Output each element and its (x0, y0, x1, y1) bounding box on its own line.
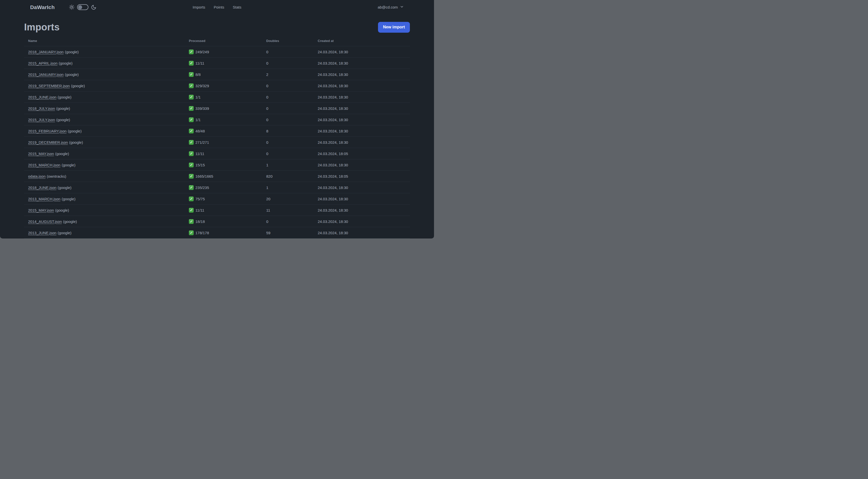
import-source-label: (google) (58, 231, 71, 235)
processed-cell: ✓ 178/178 (189, 227, 266, 239)
created-at-cell: 24.03.2024, 18:30 (318, 91, 410, 103)
import-file-link[interactable]: 2013_JUNE.json (28, 231, 57, 235)
import-file-link[interactable]: odata.json (28, 174, 45, 178)
top-nav-bar: DaWarIch (0, 0, 434, 14)
doubles-cell: 0 (266, 58, 318, 69)
created-at-cell: 24.03.2024, 18:30 (318, 69, 410, 80)
account-menu-button[interactable]: ab@cd.com (378, 5, 404, 9)
import-file-link[interactable]: 2018_JANUARY.json (28, 50, 64, 54)
created-at-cell: 24.03.2024, 18:30 (318, 227, 410, 239)
import-file-link[interactable]: 2013_MARCH.json (28, 197, 60, 201)
processed-cell: ✓ 15/15 (189, 159, 266, 171)
processed-count: 11/11 (195, 61, 204, 65)
app-window: DaWarIch (0, 0, 434, 239)
processed-count: 15/15 (195, 163, 205, 167)
sun-icon (69, 4, 74, 10)
theme-toggle[interactable] (69, 4, 96, 10)
processed-count: 271/271 (195, 140, 209, 145)
processed-cell: ✓ 339/339 (189, 103, 266, 114)
import-source-label: (google) (55, 152, 69, 156)
import-source-label: (google) (68, 129, 82, 133)
import-file-link[interactable]: 2015_MAY.json (28, 208, 54, 212)
account-email: ab@cd.com (378, 5, 398, 9)
import-file-link[interactable]: 2015_APRIL.json (28, 61, 58, 65)
table-row: 2018_JANUARY.json(google) ✓ 249/249 0 24… (24, 46, 410, 58)
processed-count: 18/18 (195, 219, 205, 224)
success-check-icon: ✓ (189, 129, 194, 133)
name-cell: 2015_FEBRUARY.json(google) (24, 125, 189, 137)
doubles-cell: 0 (266, 103, 318, 114)
processed-cell: ✓ 329/329 (189, 80, 266, 91)
import-file-link[interactable]: 2018_JULY.json (28, 106, 55, 111)
created-at-cell: 24.03.2024, 18:30 (318, 193, 410, 205)
processed-count: 1665/1665 (195, 174, 213, 178)
import-file-link[interactable]: 2015_MAY.json (28, 152, 54, 156)
import-file-link[interactable]: 2015_JANUARY.json (28, 72, 64, 77)
import-file-link[interactable]: 2015_FEBRUARY.json (28, 129, 67, 133)
import-file-link[interactable]: 2019_DECEMBER.json (28, 140, 68, 145)
import-file-link[interactable]: 2015_JUNE.json (28, 95, 57, 99)
success-check-icon: ✓ (189, 140, 194, 145)
column-header-created-at: Created at (318, 36, 410, 46)
doubles-cell: 11 (266, 205, 318, 216)
table-row: 2018_JULY.json(google) ✓ 339/339 0 24.03… (24, 103, 410, 114)
nav-item[interactable]: Points (214, 5, 224, 9)
success-check-icon: ✓ (189, 174, 194, 179)
column-header-doubles: Doubles (266, 36, 318, 46)
processed-cell: ✓ 1/1 (189, 91, 266, 103)
main-nav: Imports Points Stats (193, 0, 241, 14)
doubles-cell: 20 (266, 193, 318, 205)
processed-count: 11/11 (195, 208, 204, 212)
column-header-processed: Processed (189, 36, 266, 46)
import-file-link[interactable]: 2015_JULY.json (28, 118, 55, 122)
name-cell: 2015_MAY.json(google) (24, 205, 189, 216)
import-file-link[interactable]: 2019_SEPTEMBER.json (28, 84, 70, 88)
success-check-icon: ✓ (189, 61, 194, 66)
success-check-icon: ✓ (189, 185, 194, 190)
imports-table: Name Processed Doubles Created at 2018_J… (24, 36, 410, 239)
table-row: 2013_JUNE.json(google) ✓ 178/178 59 24.0… (24, 227, 410, 239)
processed-cell: ✓ 271/271 (189, 137, 266, 148)
name-cell: 2015_MAY.json(google) (24, 148, 189, 159)
app-logo[interactable]: DaWarIch (30, 4, 55, 10)
import-source-label: (google) (56, 106, 70, 111)
table-row: 2014_AUGUST.json(google) ✓ 18/18 0 24.03… (24, 216, 410, 227)
success-check-icon: ✓ (189, 50, 194, 54)
import-source-label: (google) (71, 84, 85, 88)
success-check-icon: ✓ (189, 84, 194, 88)
nav-item[interactable]: Imports (193, 5, 205, 9)
name-cell: 2019_SEPTEMBER.json(google) (24, 80, 189, 91)
page-title: Imports (24, 22, 60, 33)
new-import-button[interactable]: New import (378, 22, 410, 33)
processed-count: 235/235 (195, 185, 209, 190)
processed-count: 339/339 (195, 106, 209, 111)
created-at-cell: 24.03.2024, 18:05 (318, 148, 410, 159)
processed-cell: ✓ 1/1 (189, 114, 266, 125)
name-cell: odata.json(owntracks) (24, 171, 189, 182)
import-file-link[interactable]: 2014_AUGUST.json (28, 219, 62, 224)
success-check-icon: ✓ (189, 95, 194, 99)
created-at-cell: 24.03.2024, 18:30 (318, 58, 410, 69)
import-source-label: (google) (65, 50, 79, 54)
table-row: 2015_FEBRUARY.json(google) ✓ 48/48 8 24.… (24, 125, 410, 137)
created-at-cell: 24.03.2024, 18:30 (318, 46, 410, 58)
import-file-link[interactable]: 2015_MARCH.json (28, 163, 60, 167)
theme-switch[interactable] (77, 4, 88, 10)
doubles-cell: 0 (266, 80, 318, 91)
doubles-cell: 0 (266, 148, 318, 159)
import-source-label: (google) (56, 118, 70, 122)
created-at-cell: 24.03.2024, 18:30 (318, 159, 410, 171)
created-at-cell: 24.03.2024, 18:30 (318, 114, 410, 125)
import-file-link[interactable]: 2018_JUNE.json (28, 185, 57, 190)
nav-item[interactable]: Stats (233, 5, 241, 9)
table-row: odata.json(owntracks) ✓ 1665/1665 820 24… (24, 171, 410, 182)
processed-cell: ✓ 249/249 (189, 46, 266, 58)
name-cell: 2018_JULY.json(google) (24, 103, 189, 114)
processed-count: 1/1 (195, 95, 201, 99)
processed-count: 249/249 (195, 50, 209, 54)
import-source-label: (google) (58, 185, 71, 190)
import-source-label: (google) (58, 95, 71, 99)
processed-cell: ✓ 11/11 (189, 148, 266, 159)
created-at-cell: 24.03.2024, 18:30 (318, 137, 410, 148)
success-check-icon: ✓ (189, 151, 194, 156)
